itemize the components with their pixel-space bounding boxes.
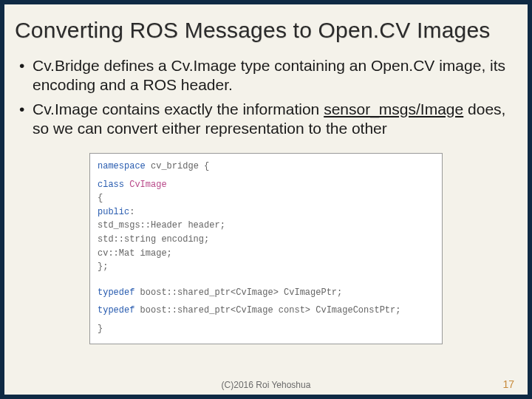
code-line: typedef boost::shared_ptr<CvImage> CvIma… [98, 286, 434, 300]
code-line: { [98, 191, 434, 205]
slide-footer: (C)2016 Roi Yehoshua 17 [4, 375, 528, 395]
link-sensor-msgs-image[interactable]: sensor_msgs/Image [324, 100, 463, 117]
code-line: namespace cv_bridge { [98, 160, 434, 174]
bullet-item: Cv.Bridge defines a Cv.Image type contai… [33, 56, 510, 95]
code-keyword: namespace [98, 161, 151, 171]
code-line: public: [98, 205, 434, 219]
code-text: cv_bridge { [151, 161, 209, 171]
page-number: 17 [502, 378, 514, 390]
code-keyword: typedef [98, 305, 140, 316]
bullet-list: Cv.Bridge defines a Cv.Image type contai… [4, 50, 528, 143]
slide-title: Converting ROS Messages to Open.CV Image… [4, 4, 528, 50]
code-block: namespace cv_bridge { class CvImage { pu… [89, 153, 443, 344]
slide: Converting ROS Messages to Open.CV Image… [4, 4, 528, 395]
copyright-text: (C)2016 Roi Yehoshua [222, 380, 311, 390]
bullet-text: Cv.Bridge defines a Cv.Image type contai… [33, 57, 505, 93]
code-classname: CvImage [129, 180, 166, 190]
code-line: cv::Mat image; [98, 247, 434, 261]
code-keyword: class [98, 180, 129, 190]
code-line: }; [98, 260, 434, 274]
code-blank-line [98, 274, 434, 279]
code-text: : [129, 207, 134, 217]
code-line: } [98, 322, 434, 336]
code-line: typedef boost::shared_ptr<CvImage const>… [98, 304, 434, 318]
bullet-text: Cv.Image contains exactly the informatio… [33, 100, 324, 117]
code-text: boost::shared_ptr<CvImage> CvImagePtr; [140, 287, 343, 298]
code-line: std_msgs::Header header; [98, 219, 434, 233]
code-keyword: public [98, 207, 129, 217]
code-keyword: typedef [98, 287, 140, 298]
bullet-item: Cv.Image contains exactly the informatio… [33, 100, 510, 139]
code-line: class CvImage [98, 178, 434, 192]
code-text: boost::shared_ptr<CvImage const> CvImage… [140, 305, 401, 316]
code-line: std::string encoding; [98, 233, 434, 247]
